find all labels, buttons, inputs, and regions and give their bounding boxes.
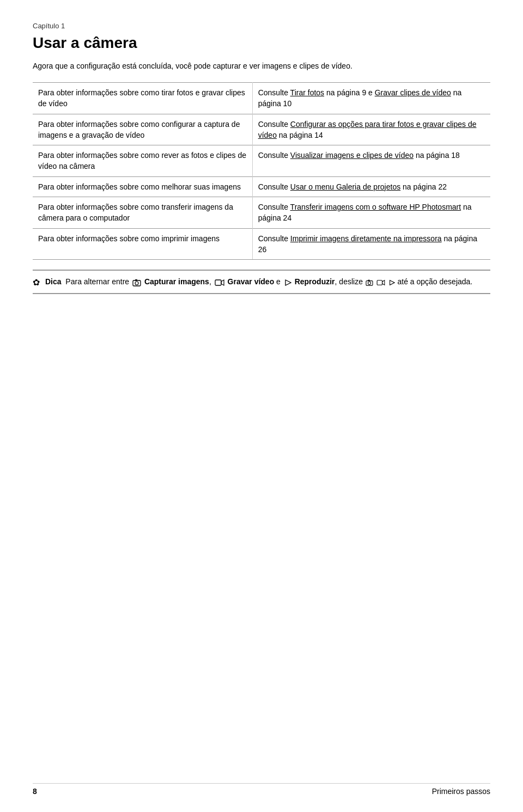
svg-point-1 (135, 282, 138, 285)
video-icon-small (376, 279, 385, 286)
play-icon (284, 279, 291, 286)
link-transferir-imagens[interactable]: Transferir imagens com o software HP Pho… (290, 203, 461, 211)
link-configurar-opcoes[interactable]: Configurar as opções para tirar fotos e … (258, 120, 477, 139)
svg-rect-2 (135, 279, 137, 281)
table-cell-left: Para obter informações sobre como transf… (33, 197, 252, 229)
table-cell-left: Para obter informações sobre como config… (33, 114, 252, 145)
svg-rect-9 (377, 280, 382, 285)
tip-label: Dica (45, 277, 62, 286)
link-tirar-fotos[interactable]: Tirar fotos (290, 88, 325, 97)
table-row: Para obter informações sobre como melhor… (33, 176, 490, 197)
svg-rect-8 (368, 279, 369, 280)
tip-text: Dica Para alternar entre Capturar imagen… (45, 276, 472, 288)
svg-marker-11 (390, 280, 394, 285)
play-icon-small (388, 279, 395, 286)
svg-rect-3 (215, 280, 221, 285)
table-row: Para obter informações sobre como tirar … (33, 83, 490, 114)
capture-label: Capturar imagens (144, 277, 209, 286)
link-imprimir-imagens[interactable]: Imprimir imagens diretamente na impresso… (290, 234, 442, 243)
info-table: Para obter informações sobre como tirar … (33, 82, 490, 260)
link-visualizar-imagens[interactable]: Visualizar imagens e clipes de vídeo (290, 151, 413, 160)
tip-box: ✿ Dica Para alternar entre Capturar imag… (33, 270, 490, 294)
svg-marker-10 (382, 280, 384, 285)
table-row: Para obter informações sobre como config… (33, 114, 490, 145)
table-cell-left: Para obter informações sobre como melhor… (33, 176, 252, 197)
table-row: Para obter informações sobre como imprim… (33, 228, 490, 260)
tip-icon: ✿ (33, 277, 40, 288)
table-cell-right: Consulte Transferir imagens com o softwa… (252, 197, 490, 229)
link-gravar-clipes[interactable]: Gravar clipes de vídeo (375, 88, 451, 97)
table-cell-right: Consulte Visualizar imagens e clipes de … (252, 145, 490, 177)
table-cell-left: Para obter informações sobre como rever … (33, 145, 252, 177)
link-menu-galeria[interactable]: Usar o menu Galeria de projetos (290, 182, 400, 191)
video-icon (215, 279, 224, 286)
svg-marker-4 (221, 280, 224, 285)
reproduce-label: Reproduzir (295, 277, 335, 286)
footer: 8 Primeiros passos (33, 783, 490, 796)
table-cell-right: Consulte Imprimir imagens diretamente na… (252, 228, 490, 260)
table-row: Para obter informações sobre como rever … (33, 145, 490, 177)
camera-icon-small (366, 279, 373, 286)
svg-point-7 (368, 282, 370, 284)
page-number: 8 (33, 787, 37, 796)
table-cell-right: Consulte Tirar fotos na página 9 e Grava… (252, 83, 490, 114)
table-cell-left: Para obter informações sobre como imprim… (33, 228, 252, 260)
table-cell-right: Consulte Usar o menu Galeria de projetos… (252, 176, 490, 197)
svg-marker-5 (285, 280, 291, 285)
table-row: Para obter informações sobre como transf… (33, 197, 490, 229)
camera-icon (132, 279, 141, 286)
chapter-label: Capítulo 1 (33, 22, 490, 30)
video-label: Gravar vídeo (228, 277, 275, 286)
intro-paragraph: Agora que a configuração está concluída,… (33, 62, 490, 70)
table-cell-left: Para obter informações sobre como tirar … (33, 83, 252, 114)
table-cell-right: Consulte Configurar as opções para tirar… (252, 114, 490, 145)
section-label: Primeiros passos (432, 787, 490, 796)
page-title: Usar a câmera (33, 34, 490, 52)
